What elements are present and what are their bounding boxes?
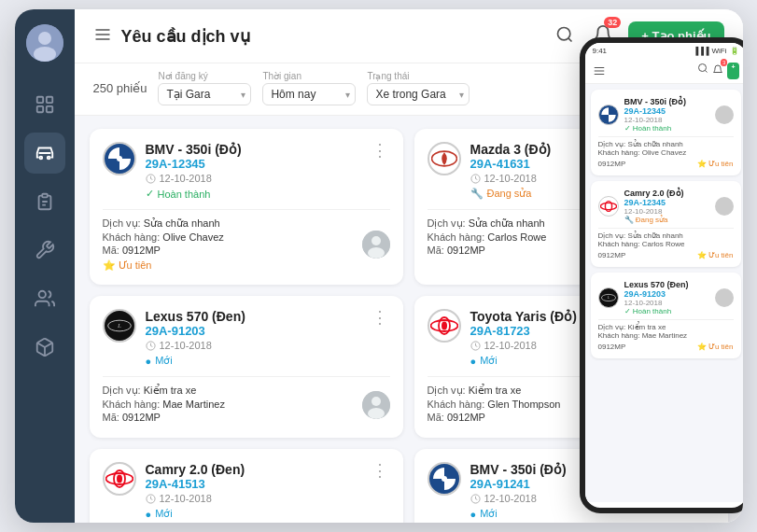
search-button[interactable] — [552, 21, 578, 51]
service-card[interactable]: Camry 2.0 (Đen) 29A-41513 12-10-2018 ● M… — [90, 449, 403, 523]
phone-card-info: Lexus 570 (Đen) 29A-91203 12-10-2018 ✓ H… — [624, 280, 709, 315]
phone-card-info: Camry 2.0 (Đỏ) 29A-12345 12-10-2018 🔧 Đa… — [624, 189, 709, 224]
phone-car-plate: 29A-12345 — [624, 198, 709, 207]
phone-code: 0912MP — [598, 160, 626, 168]
phone-brand-logo: L — [598, 287, 619, 308]
phone-service-row: Dịch vụ: Sửa chữa nhanh — [598, 231, 734, 240]
phone-brand-logo — [598, 196, 619, 217]
sidebar — [15, 9, 75, 523]
svg-rect-9 — [42, 194, 48, 198]
svg-point-8 — [47, 157, 49, 160]
card-info: Camry 2.0 (Đen) 29A-41513 12-10-2018 ● M… — [146, 462, 360, 520]
page-title: Yêu cầu dịch vụ — [121, 26, 250, 47]
card-status: ● Mới — [146, 508, 360, 520]
filter-status-label: Trạng thái — [367, 71, 470, 81]
card-more-button[interactable]: ⋮ — [370, 309, 390, 326]
phone-car-plate: 29A-12345 — [624, 106, 709, 116]
phone-customer-row: Khách hàng: Mae Martinez — [598, 331, 734, 340]
phone-car-name: Lexus 570 (Đen) — [624, 280, 709, 289]
svg-point-15 — [558, 27, 570, 39]
tablet-frame: Yêu cầu dịch vụ 32 + Tạo phiếu — [15, 9, 743, 523]
filter-status-select[interactable]: Xe trong Gara — [367, 83, 470, 105]
svg-point-32 — [368, 408, 385, 419]
car-plate: 29A-12345 — [146, 157, 360, 171]
sidebar-item-users[interactable] — [24, 278, 65, 319]
phone-divider — [598, 319, 734, 320]
sidebar-item-box[interactable] — [24, 327, 65, 368]
svg-point-20 — [371, 236, 381, 245]
service-row: Dịch vụ: Sửa chữa nhanh — [103, 217, 362, 230]
phone-service-card[interactable]: L Lexus 570 (Đen) 29A-91203 12-10-2018 ✓… — [591, 273, 741, 358]
card-info: Lexus 570 (Đen) 29A-91203 12-10-2018 ● M… — [146, 309, 360, 367]
phone-bottom: 0912MP ⭐ Ưu tiên — [598, 251, 734, 259]
phone-service-card[interactable]: BMV - 350i (Đỏ) 29A-12345 12-10-2018 ✓ H… — [591, 90, 741, 175]
sidebar-item-clipboard[interactable] — [24, 181, 65, 222]
code-row: Mã: 0912MP — [103, 245, 362, 256]
sidebar-item-wrench[interactable] — [24, 230, 65, 271]
service-card[interactable]: BMV - 350i (Đỏ) 29A-12345 12-10-2018 ✓ H… — [90, 129, 403, 285]
filter-location: Nơi đăng ký Tại Gara — [158, 71, 251, 105]
svg-rect-6 — [46, 106, 51, 112]
filter-status: Trạng thái Xe trong Gara — [367, 71, 470, 105]
phone-car-name: Camry 2.0 (Đỏ) — [624, 189, 709, 198]
card-divider — [103, 209, 390, 210]
card-more-button[interactable]: ⋮ — [370, 462, 390, 479]
phone-header: 3 + — [585, 59, 743, 84]
phone-status-bar: 9:41 ▐▐▐ WiFi 🔋 — [585, 43, 743, 59]
sidebar-item-car[interactable] — [24, 133, 65, 174]
phone-customer-row: Khách hàng: Olive Chavez — [598, 148, 734, 157]
customer-row: Khách hàng: Mae Martinez — [103, 399, 362, 410]
phone-card-info: BMV - 350i (Đỏ) 29A-12345 12-10-2018 ✓ H… — [624, 97, 709, 133]
staff-avatar — [362, 391, 390, 419]
phone-card-date: 12-10-2018 — [624, 207, 709, 216]
phone-service-row: Dịch vụ: Sửa chữa nhanh — [598, 140, 734, 148]
card-status: ✓ Hoàn thành — [146, 188, 360, 200]
service-card[interactable]: L Lexus 570 (Đen) 29A-91203 12-10-2018 ●… — [90, 296, 403, 438]
menu-icon[interactable] — [93, 25, 112, 48]
card-info: BMV - 350i (Đỏ) 29A-12345 12-10-2018 ✓ H… — [146, 142, 360, 200]
svg-point-17 — [117, 156, 122, 161]
phone-bottom: 0912MP ⭐ Ưu tiên — [598, 160, 734, 168]
phone-overlay: 9:41 ▐▐▐ WiFi 🔋 — [580, 37, 743, 513]
phone-brand-logo — [598, 105, 619, 125]
car-plate: 29A-91203 — [146, 324, 360, 338]
phone-service-card[interactable]: Camry 2.0 (Đỏ) 29A-12345 12-10-2018 🔧 Đa… — [591, 181, 741, 267]
card-more-button[interactable]: ⋮ — [370, 142, 390, 159]
phone-staff-avatar — [715, 197, 734, 216]
svg-text:L: L — [606, 295, 610, 300]
card-header: BMV - 350i (Đỏ) 29A-12345 12-10-2018 ✓ H… — [103, 142, 390, 200]
card-detail-left: Dịch vụ: Sửa chữa nhanh Khách hàng: Oliv… — [103, 217, 362, 272]
user-avatar[interactable] — [26, 24, 63, 62]
phone-staff-avatar — [715, 105, 734, 124]
svg-point-7 — [39, 157, 42, 160]
header-left: Yêu cầu dịch vụ — [93, 25, 250, 48]
phone-cards: BMV - 350i (Đỏ) 29A-12345 12-10-2018 ✓ H… — [585, 84, 743, 502]
brand-logo — [428, 309, 461, 343]
svg-point-1 — [38, 32, 51, 45]
svg-rect-4 — [46, 97, 51, 103]
staff-avatar — [362, 231, 390, 259]
phone-staff-avatar — [715, 288, 734, 307]
card-date: 12-10-2018 — [146, 173, 360, 184]
phone-car-plate: 29A-91203 — [624, 289, 709, 299]
phone-priority: ⭐ Ưu tiên — [697, 251, 734, 259]
car-name: BMV - 350i (Đỏ) — [146, 142, 360, 157]
phone-status: ✓ Hoàn thành — [624, 307, 709, 315]
card-date: 12-10-2018 — [146, 493, 360, 504]
phone-priority: ⭐ Ưu tiên — [697, 160, 734, 168]
svg-rect-3 — [36, 97, 42, 103]
filter-location-select[interactable]: Tại Gara — [158, 83, 251, 105]
card-detail: Dịch vụ: Kiểm tra xe Khách hàng: Mae Mar… — [103, 385, 390, 425]
filter-status-wrapper: Xe trong Gara — [367, 83, 470, 105]
sidebar-item-dashboard[interactable] — [24, 84, 65, 125]
svg-text:L: L — [117, 322, 121, 329]
card-header: L Lexus 570 (Đen) 29A-91203 12-10-2018 ●… — [103, 309, 390, 367]
filter-time-select[interactable]: Hôm nay — [262, 83, 356, 105]
svg-point-2 — [34, 47, 56, 62]
service-row: Dịch vụ: Kiểm tra xe — [103, 385, 362, 397]
phone-card-date: 12-10-2018 — [624, 116, 709, 124]
priority-badge: ⭐ Ưu tiên — [103, 259, 362, 272]
filter-time: Thời gian Hôm nay — [262, 71, 356, 105]
phone-code: 0912MP — [598, 343, 626, 351]
code-row: Mã: 0912MP — [103, 412, 362, 423]
